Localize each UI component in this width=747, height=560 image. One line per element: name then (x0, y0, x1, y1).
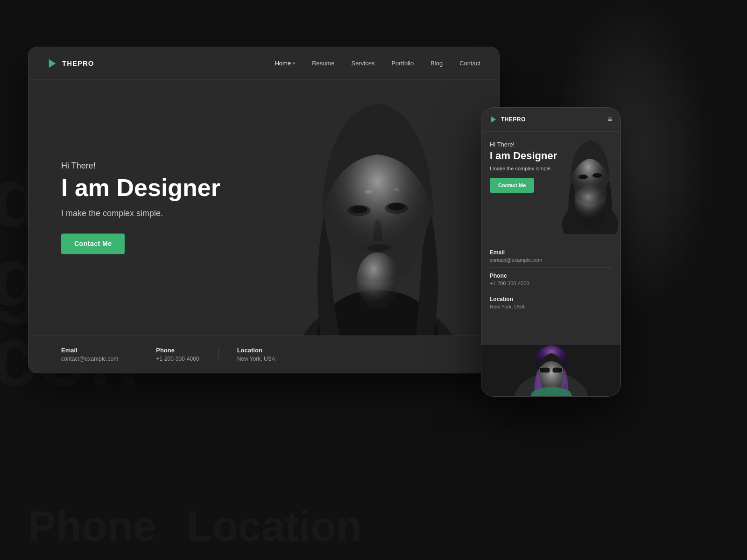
mobile-contact-button[interactable]: Contact Me (490, 178, 534, 193)
mobile-email-value: contact@example.com (490, 257, 612, 263)
desktop-hero-content: Hi There! I am Designer I make the compl… (61, 161, 220, 254)
svg-point-7 (351, 206, 367, 213)
mobile-logo-icon (490, 116, 497, 123)
mobile-logo-text: THEPRO (501, 116, 526, 123)
desktop-greeting: Hi There! (61, 161, 220, 171)
nav-link-portfolio[interactable]: Portfolio (391, 60, 414, 67)
desktop-subline: I make the complex simple. (61, 209, 220, 219)
desktop-mockup: THEPRO Home ▾ Resume Services Portfolio … (28, 47, 500, 373)
svg-point-10 (394, 188, 399, 191)
mobile-phone-row: Phone +1-200-300-4000 (490, 268, 612, 291)
nav-link-resume[interactable]: Resume (312, 60, 334, 67)
mobile-subline: I make the complex simple. (490, 166, 612, 171)
desktop-footer-info: Email contact@example.com Phone +1-200-3… (28, 336, 499, 373)
desktop-nav-links: Home ▾ Resume Services Portfolio Blog Co… (275, 60, 480, 67)
logo-icon (47, 58, 57, 69)
footer-email-value: contact@example.com (61, 356, 118, 362)
footer-phone-label: Phone (156, 347, 199, 354)
desktop-hero-section: Hi There! I am Designer I make the compl… (28, 80, 499, 336)
mobile-bottom-image (481, 345, 620, 396)
mobile-hero-section: Hi There! I am Designer I make the compl… (481, 132, 620, 239)
footer-email-label: Email (61, 347, 118, 354)
nav-link-blog[interactable]: Blog (430, 60, 443, 67)
desktop-headline: I am Designer (61, 175, 220, 201)
mobile-contact-info: Email contact@example.com Phone +1-200-3… (481, 239, 620, 320)
mobile-location-value: New York, USA (490, 304, 612, 309)
svg-rect-20 (540, 367, 550, 373)
dropdown-arrow-home: ▾ (293, 61, 295, 66)
hamburger-menu-icon[interactable]: ≡ (608, 115, 612, 124)
footer-location-label: Location (237, 347, 275, 354)
mobile-headline: I am Designer (490, 150, 612, 162)
desktop-contact-button[interactable]: Contact Me (61, 234, 125, 254)
nav-link-home[interactable]: Home ▾ (275, 60, 295, 67)
desktop-logo: THEPRO (47, 58, 94, 69)
mobile-navbar: THEPRO ≡ (481, 108, 620, 132)
mobile-location-row: Location New York, USA (490, 291, 612, 314)
footer-location-item: Location New York, USA (237, 347, 294, 362)
mobile-greeting: Hi There! (490, 141, 612, 148)
svg-rect-21 (552, 367, 563, 373)
svg-marker-11 (491, 116, 496, 122)
footer-location-value: New York, USA (237, 356, 275, 362)
mobile-phone-value: +1-200-300-4000 (490, 280, 612, 286)
svg-point-8 (388, 203, 405, 210)
mobile-phone-label: Phone (490, 273, 612, 279)
desktop-hero-image (256, 80, 499, 336)
mobile-email-label: Email (490, 249, 612, 256)
nav-link-services[interactable]: Services (352, 60, 375, 67)
footer-phone-value: +1-200-300-4000 (156, 356, 199, 362)
nav-link-contact[interactable]: Contact (459, 60, 480, 67)
desktop-navbar: THEPRO Home ▾ Resume Services Portfolio … (28, 47, 499, 80)
mobile-mockup: THEPRO ≡ (481, 107, 621, 397)
mobile-logo: THEPRO (490, 116, 526, 123)
desktop-logo-text: THEPRO (62, 59, 94, 67)
mobile-email-row: Email contact@example.com (490, 245, 612, 268)
svg-marker-0 (49, 59, 56, 67)
footer-phone-item: Phone +1-200-300-4000 (156, 347, 218, 362)
mobile-hero-content: Hi There! I am Designer I make the compl… (490, 141, 612, 193)
mobile-location-label: Location (490, 296, 612, 302)
footer-email-item: Email contact@example.com (61, 347, 137, 362)
svg-point-9 (365, 190, 372, 194)
